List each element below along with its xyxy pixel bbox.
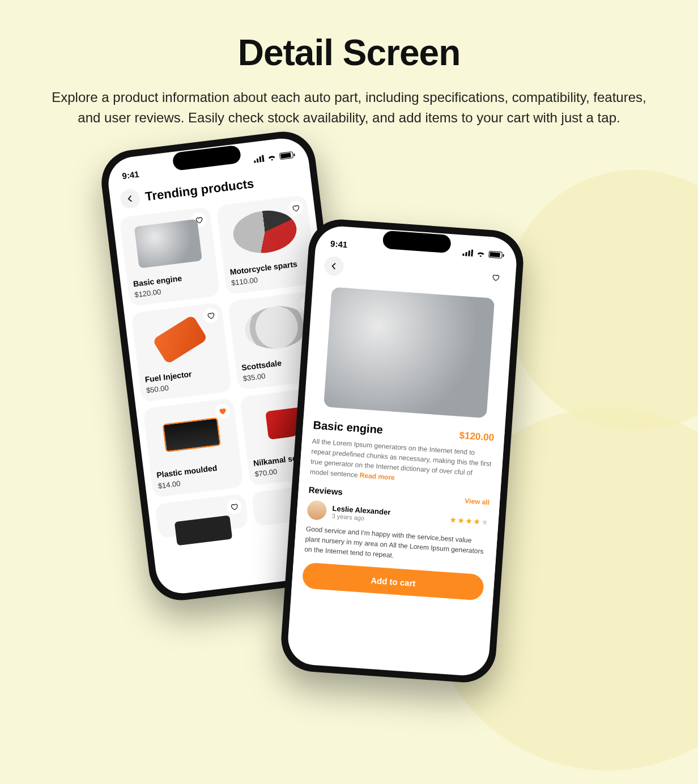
product-image bbox=[161, 500, 246, 561]
review-text: Good service and I'm happy with the serv… bbox=[304, 523, 487, 566]
product-title: Basic engine bbox=[313, 419, 384, 437]
wifi-icon bbox=[476, 250, 486, 257]
reviewer-avatar bbox=[307, 500, 327, 521]
product-image bbox=[137, 309, 222, 370]
product-price: $120.00 bbox=[459, 429, 495, 443]
product-description: All the Lorem Ipsum generators on the In… bbox=[309, 436, 493, 489]
back-button[interactable] bbox=[324, 256, 344, 276]
phone-detail: 9:41 bbox=[279, 218, 526, 685]
wifi-icon bbox=[267, 154, 276, 161]
product-image bbox=[222, 201, 307, 262]
product-card[interactable] bbox=[155, 493, 249, 538]
read-more-link[interactable]: Read more bbox=[359, 471, 395, 482]
star-icon bbox=[465, 517, 473, 525]
page-title: Detail Screen bbox=[51, 32, 647, 74]
back-button[interactable] bbox=[120, 188, 141, 210]
product-card[interactable]: Basic engine $120.00 bbox=[120, 207, 220, 306]
battery-icon bbox=[279, 151, 293, 160]
product-image bbox=[126, 213, 211, 274]
star-icon bbox=[457, 517, 465, 524]
product-image bbox=[149, 404, 234, 465]
product-image bbox=[312, 278, 507, 427]
signal-icon bbox=[462, 249, 473, 257]
product-card[interactable]: Plastic moulded $14.00 bbox=[143, 398, 244, 497]
star-icon bbox=[473, 518, 480, 525]
review-item: Leslie Alexander 3 years ago Good servic… bbox=[304, 500, 489, 567]
view-all-link[interactable]: View all bbox=[465, 496, 490, 506]
star-icon bbox=[481, 518, 488, 526]
page-subtitle: Explore a product information about each… bbox=[51, 87, 647, 128]
status-time: 9:41 bbox=[330, 238, 348, 249]
signal-icon bbox=[253, 155, 264, 163]
product-card[interactable]: Motorcycle sparts $110.00 bbox=[216, 195, 317, 295]
add-to-cart-button[interactable]: Add to cart bbox=[302, 562, 484, 600]
star-icon bbox=[449, 516, 457, 523]
battery-icon bbox=[488, 251, 503, 259]
review-stars bbox=[449, 516, 488, 526]
product-card[interactable]: Fuel Injector $50.00 bbox=[131, 302, 232, 402]
status-time: 9:41 bbox=[122, 169, 140, 181]
reviews-heading: Reviews bbox=[308, 485, 343, 497]
favorite-button[interactable] bbox=[486, 267, 506, 288]
